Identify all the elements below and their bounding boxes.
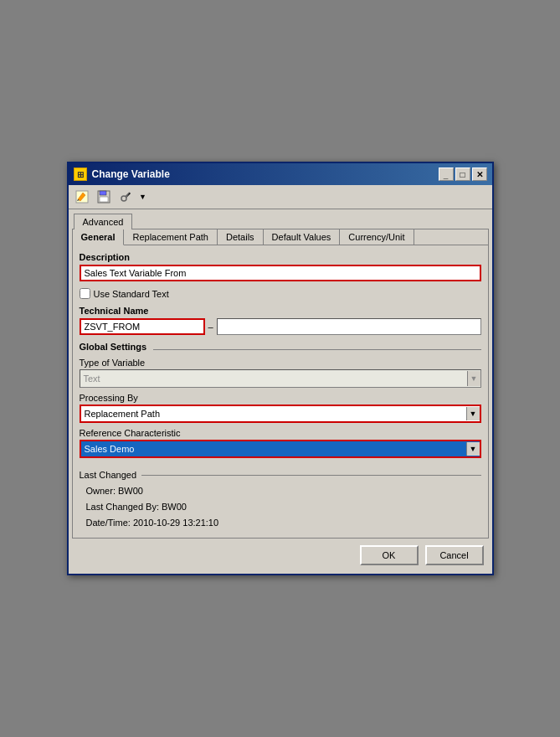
use-standard-text-label: Use Standard Text <box>94 289 169 299</box>
cancel-button[interactable]: Cancel <box>425 545 484 565</box>
advanced-tab[interactable]: Advanced <box>74 214 133 229</box>
minimize-button[interactable]: _ <box>439 168 454 181</box>
tab-replacement-path[interactable]: Replacement Path <box>124 229 218 245</box>
title-bar: ⊞ Change Variable _ □ ✕ <box>69 163 492 185</box>
tab-general[interactable]: General <box>73 229 125 245</box>
last-changed-title: Last Changed <box>80 470 137 480</box>
changed-by-text: Last Changed By: BW00 <box>86 499 481 515</box>
svg-rect-2 <box>100 191 106 195</box>
processing-by-label: Processing By <box>80 393 481 403</box>
processing-by-select[interactable]: Replacement Path ▼ <box>80 405 481 423</box>
tab-default-values[interactable]: Default Values <box>264 229 341 245</box>
window-title: Change Variable <box>92 168 170 180</box>
tab-details[interactable]: Details <box>218 229 264 245</box>
reference-characteristic-dropdown-arrow[interactable]: ▼ <box>466 442 480 456</box>
description-input[interactable] <box>80 265 481 281</box>
window-icon: ⊞ <box>74 168 87 181</box>
global-settings-section: Global Settings Type of Variable Text ▼ … <box>80 342 481 458</box>
tools-dropdown-button[interactable]: ▼ <box>137 188 149 206</box>
technical-name-label: Technical Name <box>80 306 481 316</box>
edit-icon <box>75 190 89 204</box>
type-of-variable-value: Text <box>84 374 100 384</box>
owner-text: Owner: BW00 <box>86 483 481 499</box>
maximize-button[interactable]: □ <box>455 168 470 181</box>
reference-characteristic-select[interactable]: Sales Demo ▼ <box>80 440 481 458</box>
save-toolbar-button[interactable] <box>94 188 114 206</box>
reference-characteristic-label: Reference Characteristic <box>80 428 481 438</box>
datetime-text: Date/Time: 2010-10-29 13:21:10 <box>86 515 481 531</box>
technical-name-dash: – <box>208 322 213 332</box>
tools-icon <box>119 190 132 204</box>
tab-container: General Replacement Path Details Default… <box>72 229 489 538</box>
technical-name-input[interactable] <box>80 318 205 335</box>
type-of-variable-label: Type of Variable <box>80 358 481 368</box>
tab-content-general: Description Use Standard Text Technical … <box>73 245 488 537</box>
technical-name-section: Technical Name – <box>80 306 481 335</box>
tools-toolbar-button[interactable] <box>116 188 136 206</box>
type-of-variable-dropdown-arrow[interactable]: ▼ <box>467 371 480 386</box>
processing-by-value: Replacement Path <box>85 409 161 419</box>
title-buttons: _ □ ✕ <box>439 168 487 181</box>
tabs-row: General Replacement Path Details Default… <box>73 229 488 245</box>
use-standard-text-row: Use Standard Text <box>80 288 481 299</box>
svg-rect-3 <box>100 197 108 202</box>
tab-currency-unit[interactable]: Currency/Unit <box>340 229 414 245</box>
description-label: Description <box>80 252 481 262</box>
processing-by-dropdown-arrow[interactable]: ▼ <box>466 407 480 420</box>
last-changed-section: Last Changed Owner: BW00 Last Changed By… <box>80 470 481 530</box>
save-icon <box>97 190 110 204</box>
edit-toolbar-button[interactable] <box>72 188 92 206</box>
change-variable-window: ⊞ Change Variable _ □ ✕ <box>67 162 494 575</box>
toolbar: ▼ <box>69 185 492 209</box>
advanced-tab-area: Advanced <box>69 209 492 229</box>
close-button[interactable]: ✕ <box>472 168 487 181</box>
last-changed-info: Owner: BW00 Last Changed By: BW00 Date/T… <box>80 483 481 530</box>
description-section: Description <box>80 252 481 281</box>
ok-button[interactable]: OK <box>360 545 419 565</box>
technical-name-rest-input[interactable] <box>217 318 481 335</box>
use-standard-text-checkbox[interactable] <box>80 288 90 299</box>
global-settings-label: Global Settings <box>80 342 147 352</box>
type-of-variable-select[interactable]: Text ▼ <box>80 369 481 388</box>
advanced-tab-label: Advanced <box>83 217 124 227</box>
reference-characteristic-value: Sales Demo <box>85 444 135 454</box>
bottom-buttons-area: OK Cancel <box>69 539 492 574</box>
